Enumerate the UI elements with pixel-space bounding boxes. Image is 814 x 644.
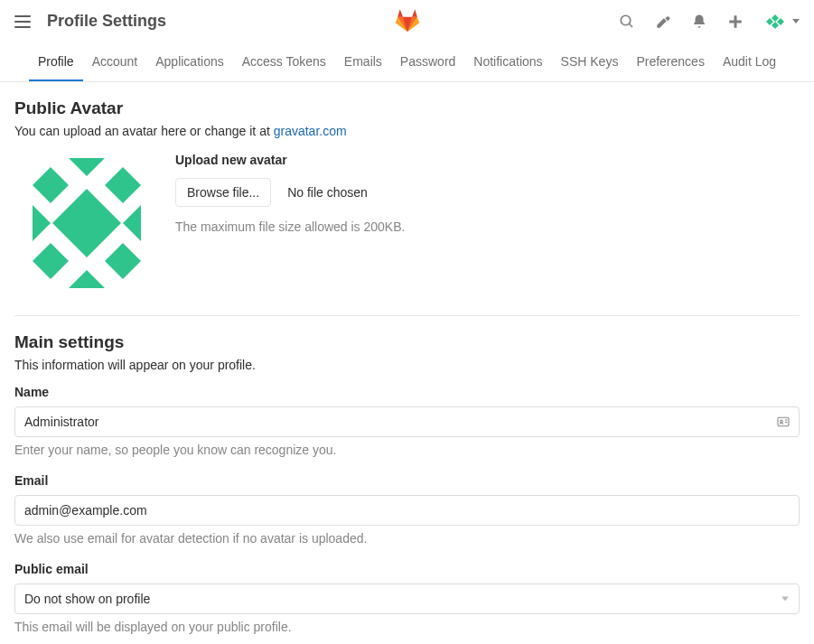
main-section-desc: This information will appear on your pro… bbox=[14, 358, 800, 372]
name-input[interactable] bbox=[14, 406, 800, 437]
create-plus-icon[interactable] bbox=[727, 14, 744, 30]
public-email-label: Public email bbox=[14, 562, 800, 576]
tab-applications[interactable]: Applications bbox=[146, 42, 233, 81]
gravatar-link[interactable]: gravatar.com bbox=[274, 124, 347, 138]
upload-title: Upload new avatar bbox=[175, 153, 405, 167]
notifications-bell-icon[interactable] bbox=[691, 14, 707, 30]
svg-line-1 bbox=[629, 23, 632, 27]
user-avatar-small bbox=[763, 10, 787, 33]
tab-profile[interactable]: Profile bbox=[29, 42, 83, 81]
tab-account[interactable]: Account bbox=[83, 42, 147, 81]
email-field-group: Email We also use email for avatar detec… bbox=[14, 473, 800, 546]
avatar-row: Upload new avatar Browse file... No file… bbox=[14, 151, 800, 316]
email-input[interactable] bbox=[14, 495, 800, 526]
top-bar: Profile Settings bbox=[0, 0, 814, 42]
chevron-down-icon bbox=[792, 19, 800, 23]
no-file-chosen-text: No file chosen bbox=[287, 185, 368, 200]
public-email-select[interactable]: Do not show on profile bbox=[14, 583, 800, 614]
avatar-desc-text: You can upload an avatar here or change … bbox=[14, 124, 274, 138]
svg-point-18 bbox=[781, 420, 783, 423]
name-field-group: Name Enter your name, so people you know… bbox=[14, 385, 800, 457]
public-email-field-group: Public email Do not show on profile This… bbox=[14, 562, 800, 636]
main-section-title: Main settings bbox=[14, 332, 800, 352]
gitlab-logo[interactable] bbox=[394, 6, 421, 36]
page-title: Profile Settings bbox=[47, 12, 166, 31]
avatar-image bbox=[14, 151, 159, 295]
user-menu[interactable] bbox=[763, 10, 800, 33]
tab-audit-log[interactable]: Audit Log bbox=[714, 42, 785, 81]
admin-wrench-icon[interactable] bbox=[655, 14, 671, 30]
svg-point-0 bbox=[621, 15, 631, 25]
content: Public Avatar You can upload an avatar h… bbox=[0, 82, 814, 644]
svg-rect-17 bbox=[778, 417, 789, 425]
name-label: Name bbox=[14, 385, 800, 399]
contact-card-icon bbox=[776, 415, 791, 429]
browse-row: Browse file... No file chosen bbox=[175, 178, 405, 207]
search-icon[interactable] bbox=[619, 14, 635, 30]
file-size-hint: The maximum file size allowed is 200KB. bbox=[175, 219, 405, 234]
top-actions bbox=[619, 10, 800, 33]
tab-emails[interactable]: Emails bbox=[335, 42, 391, 81]
upload-column: Upload new avatar Browse file... No file… bbox=[175, 151, 405, 295]
avatar-section-title: Public Avatar bbox=[14, 98, 800, 118]
tab-ssh-keys[interactable]: SSH Keys bbox=[552, 42, 628, 81]
tab-notifications[interactable]: Notifications bbox=[464, 42, 551, 81]
tab-access-tokens[interactable]: Access Tokens bbox=[233, 42, 335, 81]
avatar-section-desc: You can upload an avatar here or change … bbox=[14, 124, 800, 138]
public-email-hint: This email will be displayed on your pub… bbox=[14, 620, 800, 636]
profile-tabs: Profile Account Applications Access Toke… bbox=[0, 42, 814, 82]
tab-preferences[interactable]: Preferences bbox=[627, 42, 713, 81]
menu-toggle-icon[interactable] bbox=[14, 15, 31, 28]
email-label: Email bbox=[14, 473, 800, 488]
email-hint: We also use email for avatar detection i… bbox=[14, 531, 800, 546]
browse-file-button[interactable]: Browse file... bbox=[175, 178, 271, 207]
name-hint: Enter your name, so people you know can … bbox=[14, 443, 800, 457]
tab-password[interactable]: Password bbox=[391, 42, 464, 81]
